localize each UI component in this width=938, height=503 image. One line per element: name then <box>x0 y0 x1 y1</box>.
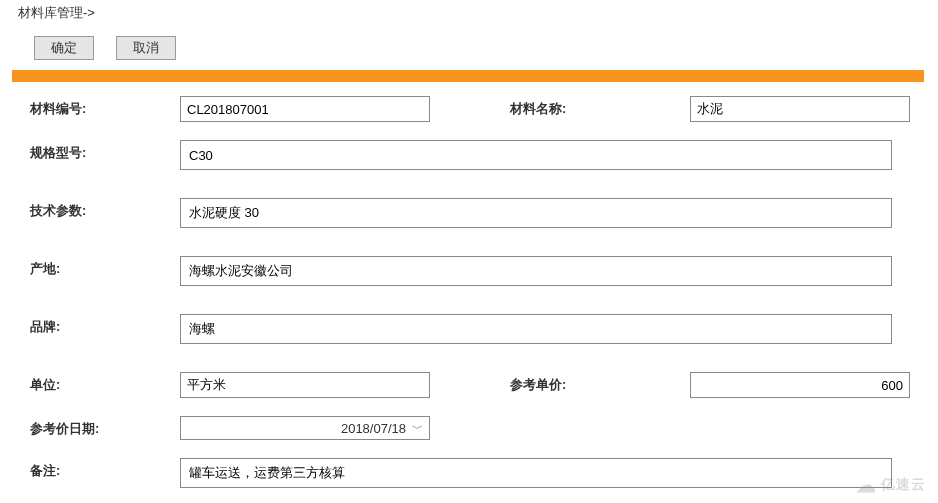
watermark-text: 亿速云 <box>881 476 926 494</box>
spec-model-input[interactable] <box>180 140 892 170</box>
spec-model-label: 规格型号: <box>20 140 180 162</box>
watermark: ☁ 亿速云 <box>856 473 926 497</box>
material-name-input[interactable] <box>690 96 910 122</box>
breadcrumb: 材料库管理-> <box>0 0 938 26</box>
material-name-label: 材料名称: <box>510 96 690 118</box>
confirm-button[interactable]: 确定 <box>34 36 94 60</box>
cloud-icon: ☁ <box>856 473 877 497</box>
unit-label: 单位: <box>20 372 180 394</box>
brand-label: 品牌: <box>20 314 180 336</box>
origin-label: 产地: <box>20 256 180 278</box>
material-code-label: 材料编号: <box>20 96 180 118</box>
ref-date-picker[interactable]: 2018/07/18 ﹀ <box>180 416 430 440</box>
chevron-down-icon: ﹀ <box>412 421 423 436</box>
action-button-row: 确定 取消 <box>0 26 938 70</box>
ref-price-label: 参考单价: <box>510 372 690 394</box>
ref-date-value: 2018/07/18 <box>341 421 406 436</box>
remark-label: 备注: <box>20 458 180 480</box>
material-form: 材料编号: 材料名称: 规格型号: 技术参数: 产地: 品牌: <box>0 82 938 488</box>
unit-input[interactable] <box>180 372 430 398</box>
ref-price-input[interactable] <box>690 372 910 398</box>
cancel-button[interactable]: 取消 <box>116 36 176 60</box>
ref-date-label: 参考价日期: <box>20 416 180 438</box>
remark-input[interactable] <box>180 458 892 488</box>
tech-params-input[interactable] <box>180 198 892 228</box>
origin-input[interactable] <box>180 256 892 286</box>
tech-params-label: 技术参数: <box>20 198 180 220</box>
brand-input[interactable] <box>180 314 892 344</box>
material-code-input[interactable] <box>180 96 430 122</box>
separator-bar <box>12 70 924 82</box>
